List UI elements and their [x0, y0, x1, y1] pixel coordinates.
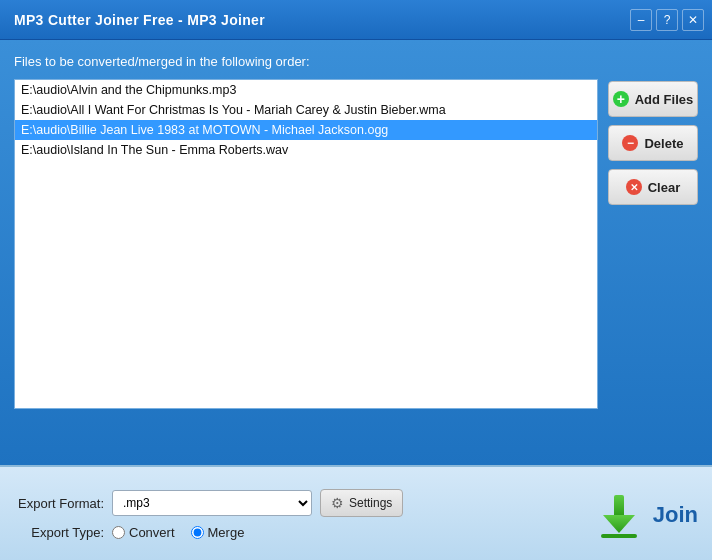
- svg-rect-0: [614, 495, 624, 517]
- gear-icon: ⚙: [331, 495, 344, 511]
- join-icon: [595, 491, 643, 539]
- list-item[interactable]: E:\audio\All I Want For Christmas Is You…: [15, 100, 597, 120]
- export-format-row: Export Format: .mp3.wav.ogg.wma.aac ⚙ Se…: [14, 489, 403, 517]
- add-files-button[interactable]: + Add Files: [608, 81, 698, 117]
- list-item[interactable]: E:\audio\Billie Jean Live 1983 at MOTOWN…: [15, 120, 597, 140]
- export-type-label: Export Type:: [14, 525, 104, 540]
- file-list[interactable]: E:\audio\Alvin and the Chipmunks.mp3E:\a…: [14, 79, 598, 409]
- merge-radio-label[interactable]: Merge: [191, 525, 245, 540]
- join-label: Join: [653, 502, 698, 528]
- merge-label: Merge: [208, 525, 245, 540]
- add-icon: +: [613, 91, 629, 107]
- bottom-left: Export Format: .mp3.wav.ogg.wma.aac ⚙ Se…: [14, 489, 403, 540]
- settings-label: Settings: [349, 496, 392, 510]
- convert-label: Convert: [129, 525, 175, 540]
- instructions-text: Files to be converted/merged in the foll…: [14, 54, 698, 69]
- bottom-bar: Export Format: .mp3.wav.ogg.wma.aac ⚙ Se…: [0, 465, 712, 560]
- separator: -: [178, 12, 187, 28]
- convert-radio[interactable]: [112, 526, 125, 539]
- file-area: E:\audio\Alvin and the Chipmunks.mp3E:\a…: [14, 79, 698, 409]
- settings-button[interactable]: ⚙ Settings: [320, 489, 403, 517]
- clear-icon: ✕: [626, 179, 642, 195]
- svg-rect-2: [601, 534, 637, 538]
- minimize-button[interactable]: –: [630, 9, 652, 31]
- delete-icon: −: [622, 135, 638, 151]
- export-format-label: Export Format:: [14, 496, 104, 511]
- export-type-row: Export Type: Convert Merge: [14, 525, 403, 540]
- close-button[interactable]: ✕: [682, 9, 704, 31]
- clear-label: Clear: [648, 180, 681, 195]
- delete-button[interactable]: − Delete: [608, 125, 698, 161]
- join-button[interactable]: Join: [595, 491, 698, 539]
- radio-group: Convert Merge: [112, 525, 244, 540]
- mode-name: MP3 Joiner: [187, 12, 265, 28]
- list-item[interactable]: E:\audio\Alvin and the Chipmunks.mp3: [15, 80, 597, 100]
- list-item[interactable]: E:\audio\Island In The Sun - Emma Robert…: [15, 140, 597, 160]
- svg-marker-1: [603, 515, 635, 533]
- main-content: Files to be converted/merged in the foll…: [0, 40, 712, 465]
- side-buttons: + Add Files − Delete ✕ Clear: [608, 79, 698, 409]
- convert-radio-label[interactable]: Convert: [112, 525, 175, 540]
- clear-button[interactable]: ✕ Clear: [608, 169, 698, 205]
- format-select[interactable]: .mp3.wav.ogg.wma.aac: [112, 490, 312, 516]
- add-files-label: Add Files: [635, 92, 694, 107]
- merge-radio[interactable]: [191, 526, 204, 539]
- help-button[interactable]: ?: [656, 9, 678, 31]
- title-bar: MP3 Cutter Joiner Free - MP3 Joiner – ? …: [0, 0, 712, 40]
- delete-label: Delete: [644, 136, 683, 151]
- title-bar-controls: – ? ✕: [630, 9, 704, 31]
- app-name: MP3 Cutter Joiner Free: [14, 12, 174, 28]
- app-title: MP3 Cutter Joiner Free - MP3 Joiner: [14, 12, 265, 28]
